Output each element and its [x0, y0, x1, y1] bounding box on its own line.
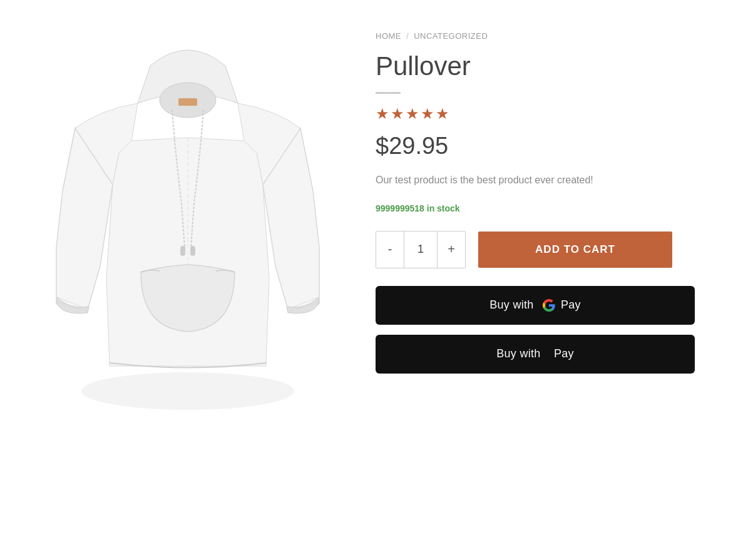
- product-description: Our test product is the best product eve…: [376, 172, 689, 188]
- breadcrumb-home[interactable]: HOME: [376, 31, 401, 41]
- quantity-decrease-button[interactable]: -: [376, 232, 404, 268]
- star-5: ★: [436, 105, 449, 123]
- breadcrumb-category[interactable]: UNCATEGORIZED: [414, 31, 488, 41]
- google-g-icon: [542, 298, 556, 312]
- title-divider: [376, 92, 401, 94]
- apple-pay-prefix: Buy with: [496, 347, 544, 360]
- google-pay-button[interactable]: Buy with Pay: [376, 286, 695, 325]
- star-1: ★: [376, 105, 389, 123]
- breadcrumb: HOME / UNCATEGORIZED: [376, 31, 715, 41]
- star-2: ★: [391, 105, 404, 123]
- star-4: ★: [421, 105, 434, 123]
- google-pay-prefix: Buy with: [489, 298, 537, 312]
- svg-rect-4: [190, 246, 195, 256]
- breadcrumb-separator: /: [406, 31, 409, 41]
- hoodie-svg: [50, 28, 325, 429]
- apple-pay-suffix: Pay: [554, 347, 574, 360]
- page-container: HOME / UNCATEGORIZED Pullover ★ ★ ★ ★ ★ …: [0, 0, 753, 457]
- product-image-section: [38, 25, 338, 432]
- google-pay-suffix: Pay: [561, 298, 581, 312]
- product-price: $29.95: [376, 133, 715, 160]
- product-title: Pullover: [376, 52, 715, 81]
- star-3: ★: [406, 105, 419, 123]
- svg-rect-3: [180, 246, 185, 256]
- quantity-input[interactable]: [404, 232, 438, 268]
- quantity-increase-button[interactable]: +: [438, 232, 465, 268]
- stars-container: ★ ★ ★ ★ ★: [376, 105, 715, 123]
- svg-point-0: [81, 372, 294, 410]
- product-image: [44, 25, 332, 432]
- add-to-cart-button[interactable]: ADD TO CART: [478, 232, 672, 268]
- cart-row: - + ADD TO CART: [376, 231, 715, 268]
- stock-status: 9999999518 in stock: [376, 203, 715, 213]
- svg-rect-2: [178, 98, 197, 106]
- quantity-control: - +: [376, 231, 466, 268]
- apple-pay-button[interactable]: Buy with Pay: [376, 335, 695, 374]
- product-details-section: HOME / UNCATEGORIZED Pullover ★ ★ ★ ★ ★ …: [376, 25, 715, 384]
